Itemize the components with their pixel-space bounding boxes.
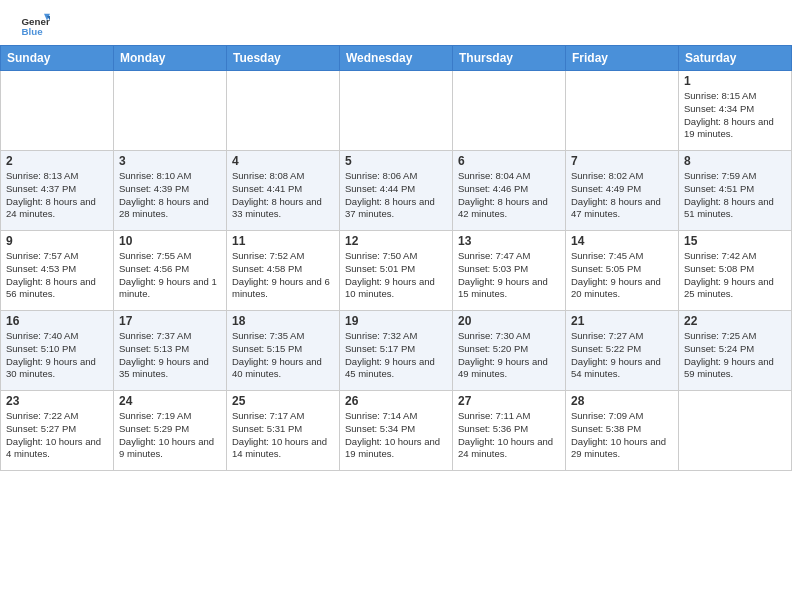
calendar-week-5: 23Sunrise: 7:22 AM Sunset: 5:27 PM Dayli… bbox=[1, 391, 792, 471]
day-info: Sunrise: 7:42 AM Sunset: 5:08 PM Dayligh… bbox=[684, 250, 786, 301]
calendar-cell: 27Sunrise: 7:11 AM Sunset: 5:36 PM Dayli… bbox=[453, 391, 566, 471]
day-info: Sunrise: 8:10 AM Sunset: 4:39 PM Dayligh… bbox=[119, 170, 221, 221]
day-number: 26 bbox=[345, 394, 447, 408]
day-number: 14 bbox=[571, 234, 673, 248]
page-header: General Blue bbox=[0, 0, 792, 45]
day-number: 9 bbox=[6, 234, 108, 248]
day-info: Sunrise: 7:57 AM Sunset: 4:53 PM Dayligh… bbox=[6, 250, 108, 301]
calendar-cell bbox=[1, 71, 114, 151]
day-info: Sunrise: 7:32 AM Sunset: 5:17 PM Dayligh… bbox=[345, 330, 447, 381]
calendar-cell: 6Sunrise: 8:04 AM Sunset: 4:46 PM Daylig… bbox=[453, 151, 566, 231]
day-info: Sunrise: 7:47 AM Sunset: 5:03 PM Dayligh… bbox=[458, 250, 560, 301]
calendar-cell: 25Sunrise: 7:17 AM Sunset: 5:31 PM Dayli… bbox=[227, 391, 340, 471]
calendar-cell: 4Sunrise: 8:08 AM Sunset: 4:41 PM Daylig… bbox=[227, 151, 340, 231]
weekday-wednesday: Wednesday bbox=[340, 46, 453, 71]
day-number: 2 bbox=[6, 154, 108, 168]
calendar-cell: 16Sunrise: 7:40 AM Sunset: 5:10 PM Dayli… bbox=[1, 311, 114, 391]
calendar-cell: 20Sunrise: 7:30 AM Sunset: 5:20 PM Dayli… bbox=[453, 311, 566, 391]
calendar-week-3: 9Sunrise: 7:57 AM Sunset: 4:53 PM Daylig… bbox=[1, 231, 792, 311]
calendar-cell bbox=[566, 71, 679, 151]
day-number: 10 bbox=[119, 234, 221, 248]
day-info: Sunrise: 8:02 AM Sunset: 4:49 PM Dayligh… bbox=[571, 170, 673, 221]
logo: General Blue bbox=[20, 10, 52, 40]
weekday-header-row: SundayMondayTuesdayWednesdayThursdayFrid… bbox=[1, 46, 792, 71]
calendar-cell: 7Sunrise: 8:02 AM Sunset: 4:49 PM Daylig… bbox=[566, 151, 679, 231]
day-number: 8 bbox=[684, 154, 786, 168]
day-number: 12 bbox=[345, 234, 447, 248]
day-number: 23 bbox=[6, 394, 108, 408]
calendar-cell: 23Sunrise: 7:22 AM Sunset: 5:27 PM Dayli… bbox=[1, 391, 114, 471]
weekday-monday: Monday bbox=[114, 46, 227, 71]
calendar-cell: 12Sunrise: 7:50 AM Sunset: 5:01 PM Dayli… bbox=[340, 231, 453, 311]
day-info: Sunrise: 8:15 AM Sunset: 4:34 PM Dayligh… bbox=[684, 90, 786, 141]
day-number: 1 bbox=[684, 74, 786, 88]
day-info: Sunrise: 7:55 AM Sunset: 4:56 PM Dayligh… bbox=[119, 250, 221, 301]
day-info: Sunrise: 7:14 AM Sunset: 5:34 PM Dayligh… bbox=[345, 410, 447, 461]
calendar-cell: 5Sunrise: 8:06 AM Sunset: 4:44 PM Daylig… bbox=[340, 151, 453, 231]
calendar-cell: 3Sunrise: 8:10 AM Sunset: 4:39 PM Daylig… bbox=[114, 151, 227, 231]
day-number: 7 bbox=[571, 154, 673, 168]
day-number: 25 bbox=[232, 394, 334, 408]
day-number: 13 bbox=[458, 234, 560, 248]
calendar-cell: 1Sunrise: 8:15 AM Sunset: 4:34 PM Daylig… bbox=[679, 71, 792, 151]
calendar-cell: 17Sunrise: 7:37 AM Sunset: 5:13 PM Dayli… bbox=[114, 311, 227, 391]
calendar-cell: 11Sunrise: 7:52 AM Sunset: 4:58 PM Dayli… bbox=[227, 231, 340, 311]
day-info: Sunrise: 7:11 AM Sunset: 5:36 PM Dayligh… bbox=[458, 410, 560, 461]
day-number: 4 bbox=[232, 154, 334, 168]
day-info: Sunrise: 7:25 AM Sunset: 5:24 PM Dayligh… bbox=[684, 330, 786, 381]
calendar-cell bbox=[340, 71, 453, 151]
logo-icon: General Blue bbox=[20, 10, 50, 40]
calendar-cell: 22Sunrise: 7:25 AM Sunset: 5:24 PM Dayli… bbox=[679, 311, 792, 391]
day-info: Sunrise: 7:59 AM Sunset: 4:51 PM Dayligh… bbox=[684, 170, 786, 221]
day-number: 20 bbox=[458, 314, 560, 328]
calendar-cell: 21Sunrise: 7:27 AM Sunset: 5:22 PM Dayli… bbox=[566, 311, 679, 391]
day-info: Sunrise: 8:06 AM Sunset: 4:44 PM Dayligh… bbox=[345, 170, 447, 221]
day-number: 27 bbox=[458, 394, 560, 408]
calendar-cell: 14Sunrise: 7:45 AM Sunset: 5:05 PM Dayli… bbox=[566, 231, 679, 311]
calendar-cell: 8Sunrise: 7:59 AM Sunset: 4:51 PM Daylig… bbox=[679, 151, 792, 231]
calendar-table: SundayMondayTuesdayWednesdayThursdayFrid… bbox=[0, 45, 792, 471]
calendar-cell: 26Sunrise: 7:14 AM Sunset: 5:34 PM Dayli… bbox=[340, 391, 453, 471]
day-info: Sunrise: 8:04 AM Sunset: 4:46 PM Dayligh… bbox=[458, 170, 560, 221]
calendar-cell: 10Sunrise: 7:55 AM Sunset: 4:56 PM Dayli… bbox=[114, 231, 227, 311]
calendar-cell: 15Sunrise: 7:42 AM Sunset: 5:08 PM Dayli… bbox=[679, 231, 792, 311]
calendar-cell: 18Sunrise: 7:35 AM Sunset: 5:15 PM Dayli… bbox=[227, 311, 340, 391]
day-number: 15 bbox=[684, 234, 786, 248]
day-number: 5 bbox=[345, 154, 447, 168]
weekday-sunday: Sunday bbox=[1, 46, 114, 71]
day-number: 28 bbox=[571, 394, 673, 408]
calendar-cell: 9Sunrise: 7:57 AM Sunset: 4:53 PM Daylig… bbox=[1, 231, 114, 311]
calendar-cell: 13Sunrise: 7:47 AM Sunset: 5:03 PM Dayli… bbox=[453, 231, 566, 311]
day-number: 24 bbox=[119, 394, 221, 408]
weekday-thursday: Thursday bbox=[453, 46, 566, 71]
day-number: 18 bbox=[232, 314, 334, 328]
day-info: Sunrise: 7:19 AM Sunset: 5:29 PM Dayligh… bbox=[119, 410, 221, 461]
svg-text:Blue: Blue bbox=[22, 26, 44, 37]
day-number: 3 bbox=[119, 154, 221, 168]
day-info: Sunrise: 7:50 AM Sunset: 5:01 PM Dayligh… bbox=[345, 250, 447, 301]
day-info: Sunrise: 7:35 AM Sunset: 5:15 PM Dayligh… bbox=[232, 330, 334, 381]
day-number: 19 bbox=[345, 314, 447, 328]
calendar-week-1: 1Sunrise: 8:15 AM Sunset: 4:34 PM Daylig… bbox=[1, 71, 792, 151]
day-number: 11 bbox=[232, 234, 334, 248]
calendar-cell: 28Sunrise: 7:09 AM Sunset: 5:38 PM Dayli… bbox=[566, 391, 679, 471]
day-number: 6 bbox=[458, 154, 560, 168]
calendar-cell: 19Sunrise: 7:32 AM Sunset: 5:17 PM Dayli… bbox=[340, 311, 453, 391]
day-info: Sunrise: 8:08 AM Sunset: 4:41 PM Dayligh… bbox=[232, 170, 334, 221]
calendar-cell bbox=[227, 71, 340, 151]
weekday-saturday: Saturday bbox=[679, 46, 792, 71]
day-info: Sunrise: 7:22 AM Sunset: 5:27 PM Dayligh… bbox=[6, 410, 108, 461]
day-info: Sunrise: 7:40 AM Sunset: 5:10 PM Dayligh… bbox=[6, 330, 108, 381]
day-info: Sunrise: 7:30 AM Sunset: 5:20 PM Dayligh… bbox=[458, 330, 560, 381]
calendar-cell: 2Sunrise: 8:13 AM Sunset: 4:37 PM Daylig… bbox=[1, 151, 114, 231]
day-info: Sunrise: 7:37 AM Sunset: 5:13 PM Dayligh… bbox=[119, 330, 221, 381]
day-number: 22 bbox=[684, 314, 786, 328]
day-number: 21 bbox=[571, 314, 673, 328]
calendar-week-4: 16Sunrise: 7:40 AM Sunset: 5:10 PM Dayli… bbox=[1, 311, 792, 391]
day-info: Sunrise: 7:45 AM Sunset: 5:05 PM Dayligh… bbox=[571, 250, 673, 301]
calendar-cell bbox=[453, 71, 566, 151]
calendar-cell bbox=[679, 391, 792, 471]
calendar-cell: 24Sunrise: 7:19 AM Sunset: 5:29 PM Dayli… bbox=[114, 391, 227, 471]
day-info: Sunrise: 7:52 AM Sunset: 4:58 PM Dayligh… bbox=[232, 250, 334, 301]
day-info: Sunrise: 7:17 AM Sunset: 5:31 PM Dayligh… bbox=[232, 410, 334, 461]
